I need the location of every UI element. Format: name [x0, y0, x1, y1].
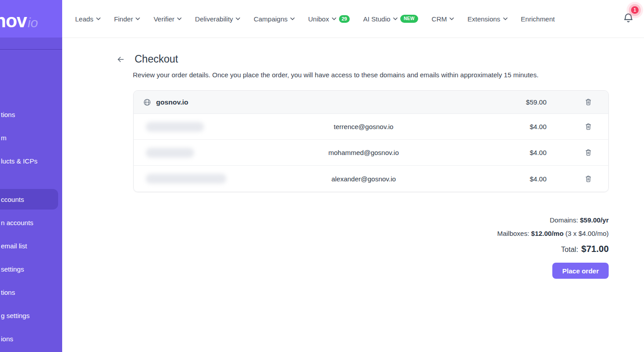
mailbox-email: terrence@gosnov.io	[226, 123, 501, 130]
sidebar-item-label: email list	[1, 242, 27, 250]
place-order-button[interactable]: Place order	[552, 263, 609, 279]
sidebar-item-n-accounts[interactable]: n accounts	[0, 211, 62, 234]
top-navigation: Leads Finder Verifier Deliverability Cam…	[62, 0, 644, 38]
trash-icon	[584, 122, 593, 131]
chevron-down-icon	[449, 17, 454, 20]
nav-item-label: Finder	[114, 15, 133, 23]
nav-item-label: AI Studio	[363, 15, 390, 23]
redacted-name-blur	[146, 148, 194, 158]
chevron-down-icon	[503, 17, 508, 20]
nav-item-finder[interactable]: Finder	[114, 15, 140, 23]
sidebar-item-label: n accounts	[1, 219, 34, 226]
nav-item-label: Verifier	[153, 15, 174, 23]
nav-item-leads[interactable]: Leads	[75, 15, 101, 23]
chevron-down-icon	[393, 17, 398, 20]
sidebar-item-tions-1[interactable]: tions	[0, 103, 62, 126]
chevron-down-icon	[96, 17, 101, 20]
nav-item-label: CRM	[432, 15, 447, 23]
order-card: gosnov.io $59.00 terrence@gosnov.io $4.0…	[133, 90, 609, 192]
summary-mailboxes-value: $12.00/mo	[531, 230, 564, 237]
sidebar-item-label: tions	[1, 289, 15, 296]
main-content: Checkout Review your order details. Once…	[62, 38, 644, 352]
globe-icon	[143, 98, 151, 106]
nav-item-label: Campaigns	[254, 15, 288, 23]
sidebar: nov io tions m lucts & ICPs ccounts n ac…	[0, 0, 62, 352]
summary-total-label: Total:	[561, 246, 578, 254]
chevron-down-icon	[136, 17, 140, 20]
nav-item-enrichment[interactable]: Enrichment	[521, 15, 555, 23]
bell-icon	[623, 12, 634, 24]
sidebar-item-accounts-active[interactable]: ccounts	[0, 189, 58, 210]
domain-row: gosnov.io $59.00	[134, 91, 608, 114]
trash-icon	[584, 175, 593, 183]
nav-item-crm[interactable]: CRM	[432, 15, 454, 23]
nav-item-label: Deliverability	[195, 15, 233, 23]
app-window: nov io tions m lucts & ICPs ccounts n ac…	[0, 0, 644, 352]
brand-logo-text: nov	[0, 12, 27, 30]
trash-icon	[584, 98, 593, 106]
new-badge: NEW	[400, 15, 418, 23]
mailbox-row: mohammed@gosnov.io $4.00	[134, 140, 608, 166]
delete-domain-button[interactable]	[568, 98, 608, 106]
notifications-bell[interactable]: 1	[623, 12, 634, 25]
sidebar-item-g-settings[interactable]: g settings	[0, 304, 62, 327]
brand-logo[interactable]: nov io	[0, 0, 62, 38]
summary-mailboxes-detail: (3 x $4.00/mo)	[565, 230, 609, 237]
sidebar-item-label: tions	[1, 111, 15, 118]
sidebar-item-tions-2[interactable]: tions	[0, 281, 62, 304]
mailbox-price: $4.00	[501, 123, 568, 130]
summary-mailboxes-label: Mailboxes:	[497, 230, 530, 237]
nav-item-unibox[interactable]: Unibox 29	[308, 15, 350, 23]
mailbox-price: $4.00	[501, 149, 568, 156]
summary-total-line: Total: $71.00	[561, 244, 609, 254]
delete-mailbox-button[interactable]	[568, 175, 608, 183]
sidebar-menu: tions m lucts & ICPs ccounts n accounts …	[0, 50, 62, 350]
unibox-count-badge: 29	[339, 15, 350, 23]
chevron-down-icon	[236, 17, 240, 20]
nav-item-ai-studio[interactable]: AI Studio NEW	[363, 15, 418, 23]
trash-icon	[584, 148, 593, 157]
nav-item-label: Leads	[75, 15, 93, 23]
sidebar-item-label: m	[1, 134, 7, 142]
nav-item-label: Unibox	[308, 15, 329, 23]
summary-domains-value: $59.00/yr	[580, 216, 609, 224]
sidebar-item-ions[interactable]: ions	[0, 327, 62, 350]
nav-item-label: Extensions	[467, 15, 500, 23]
sidebar-item-label: ccounts	[1, 196, 24, 203]
chevron-down-icon	[290, 17, 295, 20]
mailbox-email: mohammed@gosnov.io	[226, 149, 501, 156]
domain-name: gosnov.io	[156, 98, 188, 106]
mailbox-row: terrence@gosnov.io $4.00	[134, 114, 608, 140]
summary-domains-line: Domains: $59.00/yr	[550, 216, 609, 224]
mailbox-price: $4.00	[501, 175, 568, 183]
delete-mailbox-button[interactable]	[568, 122, 608, 131]
sidebar-item-label: settings	[1, 265, 24, 273]
checkout-header: Checkout	[116, 53, 644, 65]
nav-item-campaigns[interactable]: Campaigns	[254, 15, 295, 23]
sidebar-item-label: ions	[1, 335, 13, 343]
back-arrow-icon[interactable]	[116, 55, 125, 64]
sidebar-item-m[interactable]: m	[0, 126, 62, 149]
chevron-down-icon	[332, 17, 336, 20]
mailbox-row: alexander@gosnov.io $4.00	[134, 166, 608, 192]
order-summary: Domains: $59.00/yr Mailboxes: $12.00/mo …	[62, 216, 609, 279]
sidebar-item-label: g settings	[1, 312, 30, 319]
redacted-name-blur	[146, 122, 204, 132]
delete-mailbox-button[interactable]	[568, 148, 608, 157]
nav-item-verifier[interactable]: Verifier	[153, 15, 182, 23]
summary-domains-label: Domains:	[550, 216, 578, 224]
nav-item-label: Enrichment	[521, 15, 555, 23]
sidebar-item-email-list[interactable]: email list	[0, 234, 62, 257]
nav-item-extensions[interactable]: Extensions	[467, 15, 507, 23]
sidebar-item-settings[interactable]: settings	[0, 257, 62, 281]
nav-item-deliverability[interactable]: Deliverability	[195, 15, 240, 23]
notification-count-badge: 1	[631, 6, 639, 14]
redacted-name-blur	[146, 174, 226, 184]
summary-total-value: $71.00	[581, 244, 609, 254]
sidebar-item-products-icps[interactable]: lucts & ICPs	[0, 149, 62, 172]
page-title: Checkout	[135, 53, 178, 65]
brand-logo-suffix: io	[28, 15, 38, 31]
mailbox-email: alexander@gosnov.io	[226, 175, 501, 183]
chevron-down-icon	[177, 17, 182, 20]
sidebar-item-label: lucts & ICPs	[1, 157, 38, 165]
